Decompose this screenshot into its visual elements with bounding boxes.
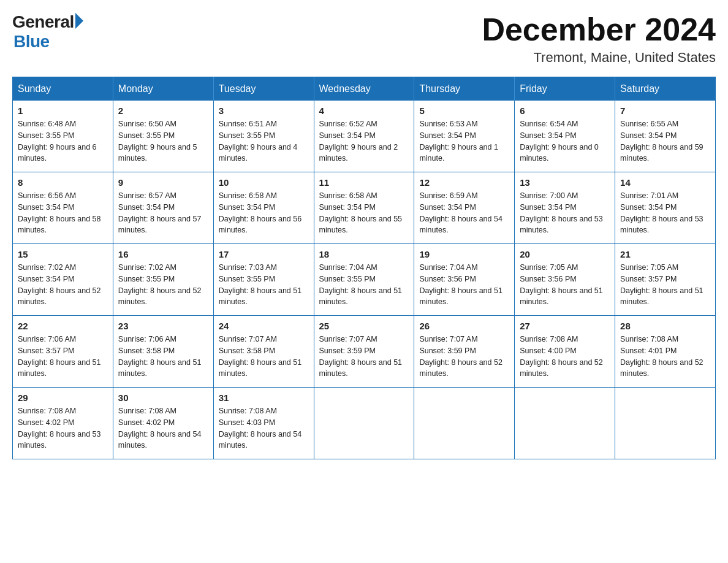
- logo: General Blue: [12, 12, 83, 52]
- calendar-day-cell: 16 Sunrise: 7:02 AM Sunset: 3:55 PM Dayl…: [113, 244, 213, 316]
- daylight-text: 8 hours and 51 minutes.: [520, 286, 603, 307]
- weekday-header-tuesday: Tuesday: [213, 77, 314, 101]
- calendar-week-row: 29 Sunrise: 7:08 AM Sunset: 4:02 PM Dayl…: [13, 388, 716, 459]
- day-info: Sunrise: 6:58 AM Sunset: 3:54 PM Dayligh…: [219, 190, 309, 236]
- calendar-day-cell: 12 Sunrise: 6:59 AM Sunset: 3:54 PM Dayl…: [414, 172, 515, 244]
- daylight-text: 8 hours and 56 minutes.: [219, 215, 302, 235]
- day-info: Sunrise: 7:07 AM Sunset: 3:59 PM Dayligh…: [419, 334, 509, 380]
- calendar-day-cell: 17 Sunrise: 7:03 AM Sunset: 3:55 PM Dayl…: [213, 244, 314, 316]
- calendar-day-cell: 8 Sunrise: 6:56 AM Sunset: 3:54 PM Dayli…: [13, 172, 113, 244]
- day-number: 17: [219, 249, 309, 259]
- day-info: Sunrise: 6:54 AM Sunset: 3:54 PM Dayligh…: [520, 118, 610, 164]
- daylight-text: 8 hours and 51 minutes.: [219, 358, 302, 378]
- daylight-text: 8 hours and 51 minutes.: [118, 358, 202, 378]
- calendar-day-cell: 21 Sunrise: 7:05 AM Sunset: 3:57 PM Dayl…: [615, 244, 716, 316]
- day-number: 19: [419, 249, 509, 259]
- daylight-text: 8 hours and 52 minutes.: [18, 286, 101, 307]
- calendar-week-row: 22 Sunrise: 7:06 AM Sunset: 3:57 PM Dayl…: [13, 316, 716, 388]
- day-number: 20: [520, 249, 610, 259]
- daylight-text: 9 hours and 6 minutes.: [18, 143, 97, 163]
- day-info: Sunrise: 7:04 AM Sunset: 3:55 PM Dayligh…: [319, 262, 409, 308]
- day-number: 3: [219, 105, 309, 116]
- day-number: 6: [520, 105, 610, 116]
- daylight-text: 8 hours and 52 minutes.: [520, 358, 603, 378]
- calendar-day-cell: [314, 388, 414, 459]
- day-info: Sunrise: 6:59 AM Sunset: 3:54 PM Dayligh…: [419, 190, 509, 236]
- calendar-day-cell: 10 Sunrise: 6:58 AM Sunset: 3:54 PM Dayl…: [213, 172, 314, 244]
- day-number: 16: [118, 249, 208, 259]
- calendar-day-cell: 22 Sunrise: 7:06 AM Sunset: 3:57 PM Dayl…: [13, 316, 113, 388]
- daylight-text: 8 hours and 51 minutes.: [620, 286, 703, 307]
- day-number: 24: [219, 321, 309, 331]
- calendar-day-cell: 20 Sunrise: 7:05 AM Sunset: 3:56 PM Dayl…: [515, 244, 615, 316]
- day-number: 26: [419, 321, 509, 331]
- day-info: Sunrise: 6:51 AM Sunset: 3:55 PM Dayligh…: [219, 118, 309, 164]
- calendar-day-cell: 23 Sunrise: 7:06 AM Sunset: 3:58 PM Dayl…: [113, 316, 213, 388]
- day-number: 12: [419, 177, 509, 188]
- daylight-text: 8 hours and 51 minutes.: [319, 286, 403, 307]
- daylight-text: 8 hours and 53 minutes.: [18, 430, 101, 450]
- calendar-day-cell: 3 Sunrise: 6:51 AM Sunset: 3:55 PM Dayli…: [213, 101, 314, 172]
- day-info: Sunrise: 7:00 AM Sunset: 3:54 PM Dayligh…: [520, 190, 610, 236]
- day-number: 14: [620, 177, 710, 188]
- day-number: 29: [18, 393, 108, 403]
- weekday-header-friday: Friday: [515, 77, 615, 101]
- calendar-table: SundayMondayTuesdayWednesdayThursdayFrid…: [12, 77, 716, 459]
- daylight-text: 8 hours and 51 minutes.: [219, 286, 302, 307]
- calendar-day-cell: 25 Sunrise: 7:07 AM Sunset: 3:59 PM Dayl…: [314, 316, 414, 388]
- calendar-day-cell: 26 Sunrise: 7:07 AM Sunset: 3:59 PM Dayl…: [414, 316, 515, 388]
- day-number: 31: [219, 393, 309, 403]
- day-number: 7: [620, 105, 710, 116]
- daylight-text: 8 hours and 57 minutes.: [118, 215, 202, 235]
- calendar-day-cell: 27 Sunrise: 7:08 AM Sunset: 4:00 PM Dayl…: [515, 316, 615, 388]
- day-info: Sunrise: 7:06 AM Sunset: 3:58 PM Dayligh…: [118, 334, 208, 380]
- weekday-header-wednesday: Wednesday: [314, 77, 414, 101]
- day-number: 9: [118, 177, 208, 188]
- calendar-day-cell: 13 Sunrise: 7:00 AM Sunset: 3:54 PM Dayl…: [515, 172, 615, 244]
- logo-text-general: General: [12, 12, 74, 32]
- daylight-text: 9 hours and 5 minutes.: [118, 143, 197, 163]
- calendar-day-cell: 2 Sunrise: 6:50 AM Sunset: 3:55 PM Dayli…: [113, 101, 213, 172]
- day-info: Sunrise: 7:03 AM Sunset: 3:55 PM Dayligh…: [219, 262, 309, 308]
- daylight-text: 8 hours and 51 minutes.: [319, 358, 403, 378]
- day-info: Sunrise: 7:06 AM Sunset: 3:57 PM Dayligh…: [18, 334, 108, 380]
- day-info: Sunrise: 6:48 AM Sunset: 3:55 PM Dayligh…: [18, 118, 108, 164]
- title-section: December 2024 Tremont, Maine, United Sta…: [482, 12, 716, 66]
- day-number: 25: [319, 321, 409, 331]
- calendar-day-cell: [615, 388, 716, 459]
- calendar-day-cell: 15 Sunrise: 7:02 AM Sunset: 3:54 PM Dayl…: [13, 244, 113, 316]
- daylight-text: 8 hours and 54 minutes.: [219, 430, 302, 450]
- day-info: Sunrise: 7:05 AM Sunset: 3:57 PM Dayligh…: [620, 262, 710, 308]
- day-info: Sunrise: 7:02 AM Sunset: 3:54 PM Dayligh…: [18, 262, 108, 308]
- day-number: 27: [520, 321, 610, 331]
- day-number: 1: [18, 105, 108, 116]
- day-info: Sunrise: 7:08 AM Sunset: 4:00 PM Dayligh…: [520, 334, 610, 380]
- calendar-day-cell: 1 Sunrise: 6:48 AM Sunset: 3:55 PM Dayli…: [13, 101, 113, 172]
- page-title: December 2024: [482, 12, 716, 47]
- day-info: Sunrise: 7:08 AM Sunset: 4:02 PM Dayligh…: [18, 405, 108, 451]
- day-info: Sunrise: 7:08 AM Sunset: 4:03 PM Dayligh…: [219, 405, 309, 451]
- day-number: 4: [319, 105, 409, 116]
- calendar-day-cell: 9 Sunrise: 6:57 AM Sunset: 3:54 PM Dayli…: [113, 172, 213, 244]
- calendar-day-cell: 31 Sunrise: 7:08 AM Sunset: 4:03 PM Dayl…: [213, 388, 314, 459]
- weekday-header-monday: Monday: [113, 77, 213, 101]
- daylight-text: 8 hours and 55 minutes.: [319, 215, 403, 235]
- calendar-day-cell: 14 Sunrise: 7:01 AM Sunset: 3:54 PM Dayl…: [615, 172, 716, 244]
- daylight-text: 8 hours and 51 minutes.: [419, 286, 502, 307]
- weekday-header-saturday: Saturday: [615, 77, 716, 101]
- daylight-text: 8 hours and 53 minutes.: [520, 215, 603, 235]
- page-header: General Blue December 2024 Tremont, Main…: [12, 12, 716, 66]
- daylight-text: 8 hours and 52 minutes.: [419, 358, 502, 378]
- day-info: Sunrise: 6:52 AM Sunset: 3:54 PM Dayligh…: [319, 118, 409, 164]
- daylight-text: 9 hours and 2 minutes.: [319, 143, 398, 163]
- day-number: 21: [620, 249, 710, 259]
- calendar-day-cell: 6 Sunrise: 6:54 AM Sunset: 3:54 PM Dayli…: [515, 101, 615, 172]
- daylight-text: 8 hours and 52 minutes.: [118, 286, 202, 307]
- day-number: 15: [18, 249, 108, 259]
- logo-triangle-icon: [75, 13, 83, 29]
- day-number: 30: [118, 393, 208, 403]
- daylight-text: 8 hours and 54 minutes.: [118, 430, 202, 450]
- calendar-day-cell: [414, 388, 515, 459]
- calendar-week-row: 1 Sunrise: 6:48 AM Sunset: 3:55 PM Dayli…: [13, 101, 716, 172]
- calendar-day-cell: 11 Sunrise: 6:58 AM Sunset: 3:54 PM Dayl…: [314, 172, 414, 244]
